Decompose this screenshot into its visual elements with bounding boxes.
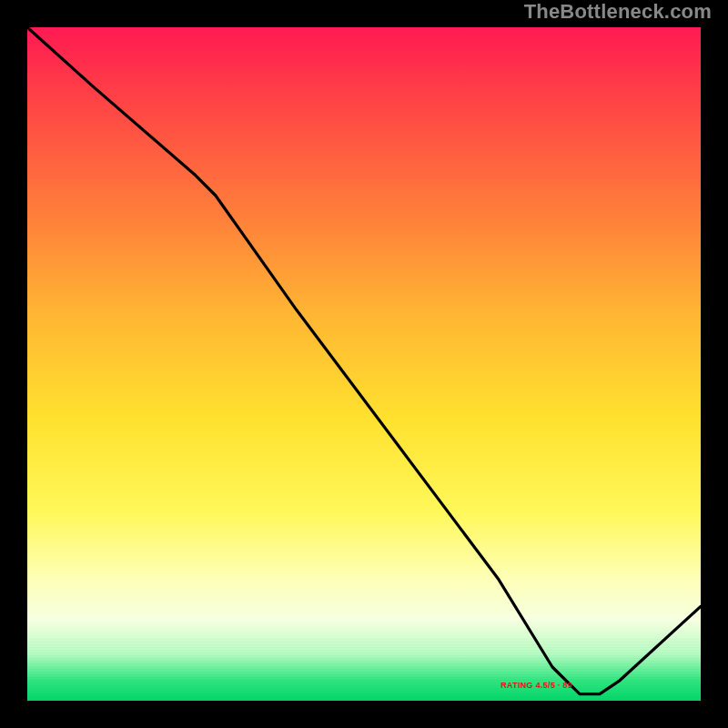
chart-frame: TheBottleneck.com RATING 4.5/5 · 89 xyxy=(0,0,728,728)
plot-area: RATING 4.5/5 · 89 xyxy=(27,27,701,701)
valley-annotation: RATING 4.5/5 · 89 xyxy=(500,681,572,690)
curve-svg xyxy=(27,27,701,701)
watermark-text: TheBottleneck.com xyxy=(524,0,712,24)
bottleneck-curve xyxy=(27,27,701,694)
